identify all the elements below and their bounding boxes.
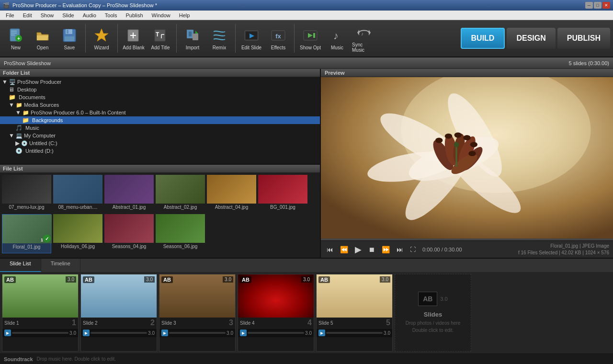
file-thumb-bg001[interactable]: BG_001.jpg [258, 175, 307, 213]
menu-publish[interactable]: Publish [122, 11, 147, 19]
menu-edit[interactable]: Edit [19, 11, 36, 19]
tree-item-drive-c[interactable]: ▶ 💿 Untitled (C:) [0, 139, 320, 147]
preview-lily-svg [321, 77, 613, 240]
show-opt-button[interactable]: Show Opt [297, 22, 323, 55]
tree-item-proshow[interactable]: ▼ 🖥️ ProShow Producer [0, 78, 320, 86]
menu-tools[interactable]: Tools [101, 11, 121, 19]
title-bar: 🎬 ProShow Producer – Evaluation Copy – P… [0, 0, 613, 11]
menu-audio[interactable]: Audio [79, 11, 100, 19]
folder-icon: 🖥️ [9, 79, 16, 85]
soundtrack-bar[interactable]: Soundtrack Drop music here. Double click… [0, 353, 613, 364]
svg-rect-3 [11, 34, 15, 35]
skip-end-button[interactable]: ⏭ [395, 245, 405, 254]
left-panel: Folder List ▼ 🖥️ ProShow Producer 🖥 Desk… [0, 69, 321, 258]
slide-item-3[interactable]: AB 3.0 Slide 3 3 ▶ 3.0 [159, 274, 236, 352]
add-blank-button[interactable]: Add Blank [121, 22, 147, 55]
next-button[interactable]: ⏩ [380, 245, 392, 254]
minimize-button[interactable]: ─ [585, 2, 593, 9]
slide-play-btn-5[interactable]: ▶ [318, 330, 325, 336]
play-button[interactable]: ▶ [353, 243, 363, 256]
file-thumb-seasons06[interactable]: Seasons_06.jpg [156, 214, 205, 253]
tree-item-built-in[interactable]: ▼ 📁 ProShow Producer 6.0 – Built-In Cont… [0, 109, 320, 116]
file-thumb-abstract01[interactable]: Abstract_01.jpg [104, 175, 154, 213]
add-title-button[interactable]: T Add Title [148, 22, 173, 55]
slide-item-2[interactable]: AB 3.0 Slide 2 2 ▶ 3.0 [80, 274, 157, 352]
skip-start-button[interactable]: ⏮ [325, 245, 335, 254]
add-title-icon: T [152, 27, 169, 44]
toolbar-sep-3 [176, 24, 177, 53]
fullscreen-button[interactable]: ⛶ [408, 245, 418, 254]
slide-play-btn-2[interactable]: ▶ [83, 330, 90, 336]
file-thumb-08menu[interactable]: 08_menu-urban.... [53, 175, 102, 213]
slide-controls-row-4: ▶ 3.0 [238, 328, 314, 337]
stop-button[interactable]: ⏹ [366, 245, 377, 254]
file-thumb-07menu[interactable]: 07_menu-lux.jpg [2, 175, 51, 213]
menu-window[interactable]: Window [148, 11, 174, 19]
tree-item-documents[interactable]: 📁 Documents [0, 93, 320, 101]
tree-item-media-sources[interactable]: ▼ 📁 Media Sources [0, 101, 320, 109]
file-thumb-seasons04[interactable]: Seasons_04.jpg [104, 214, 154, 253]
file-grid[interactable]: 07_menu-lux.jpg 08_menu-urban.... Abstra… [0, 173, 320, 255]
slide-list-area[interactable]: AB 3.0 Slide 1 1 ▶ 3.0 AB 3.0 Slide 2 2 [0, 272, 613, 353]
remix-button[interactable]: Remix [206, 22, 232, 55]
file-thumb-floral01[interactable]: ✓ 1 Floral_01.jpg [2, 214, 51, 253]
slide-number-3: 3 [229, 318, 233, 327]
slide-dur-text-3: 3.0 [227, 330, 233, 336]
svg-point-51 [463, 135, 470, 140]
builtin-folder-icon: 📁 [23, 110, 29, 116]
prev-button[interactable]: ⏪ [338, 245, 350, 254]
computer-expand-icon: ▼ [9, 132, 14, 139]
menu-help[interactable]: Help [175, 11, 194, 19]
music-folder-icon: 🎵 [15, 125, 23, 131]
import-button[interactable]: Import [180, 22, 205, 55]
tree-item-music[interactable]: 🎵 Music [0, 124, 320, 132]
menu-slide[interactable]: Slide [58, 11, 78, 19]
menu-show[interactable]: Show [37, 11, 58, 19]
project-bar: ProShow Slideshow 5 slides (0:30.00) [0, 57, 613, 69]
design-button[interactable]: DESIGN [507, 28, 555, 49]
slide-play-btn-1[interactable]: ▶ [4, 330, 11, 336]
folder-tree[interactable]: ▼ 🖥️ ProShow Producer 🖥 Desktop 📁 Docume… [0, 77, 320, 161]
tree-item-drive-d[interactable]: 💿 Untitled (D:) [0, 147, 320, 155]
slide-item-5[interactable]: AB 3.0 Slide 5 5 ▶ 3.0 [316, 274, 393, 352]
close-button[interactable]: ✕ [602, 2, 610, 9]
file-thumb-abstract04[interactable]: Abstract_04.jpg [207, 175, 256, 213]
maximize-button[interactable]: □ [594, 2, 602, 9]
slide-item-4[interactable]: AB 3.0 Slide 4 4 ▶ 3.0 [238, 274, 314, 352]
slide-number-1: 1 [72, 318, 76, 327]
slide-ab-badge-5: AB [318, 276, 330, 283]
build-button[interactable]: BUILD [461, 28, 505, 49]
title-bar-controls[interactable]: ─ □ ✕ [585, 2, 610, 9]
effects-button[interactable]: fx Effects [265, 22, 291, 55]
slide-number-2: 2 [150, 318, 155, 327]
progress-bar-preview[interactable] [321, 239, 613, 240]
open-button[interactable]: Open [30, 22, 56, 55]
slide-item-1[interactable]: AB 3.0 Slide 1 1 ▶ 3.0 [2, 274, 79, 352]
tree-item-desktop[interactable]: 🖥 Desktop [0, 86, 320, 93]
file-name-08menu: 08_menu-urban.... [53, 204, 102, 211]
slide-label-5: Slide 5 [318, 320, 333, 326]
sync-music-button[interactable]: ♪ Sync Music [351, 22, 377, 55]
slide-placeholder[interactable]: AB 3.0 Slides Drop photos / videos here … [395, 274, 471, 352]
edit-slide-button[interactable]: Edit Slide [238, 22, 264, 55]
app-icon: 🎬 [3, 2, 10, 9]
media-folder-icon: 📁 [16, 102, 23, 108]
svg-rect-1 [11, 31, 17, 32]
save-button[interactable]: Save [57, 22, 82, 55]
file-thumb-abstract02[interactable]: Abstract_02.jpg [156, 175, 205, 213]
tree-item-backgrounds[interactable]: 📁 Backgrounds [0, 116, 320, 124]
publish-button[interactable]: PUBLISH [557, 28, 610, 49]
menu-file[interactable]: File [2, 11, 18, 19]
music-button[interactable]: ♪ Music [324, 22, 350, 55]
svg-rect-9 [65, 36, 74, 41]
tab-slide-list[interactable]: Slide List [0, 259, 41, 272]
slide-play-btn-4[interactable]: ▶ [240, 330, 247, 336]
tab-timeline[interactable]: Timeline [41, 259, 80, 272]
tree-item-my-computer[interactable]: ▼ 💻 My Computer [0, 132, 320, 139]
desktop-icon: 🖥 [9, 86, 14, 93]
file-thumb-holidays06[interactable]: Holidays_06.jpg [53, 214, 102, 253]
preview-header: Preview [321, 69, 613, 77]
slide-play-btn-3[interactable]: ▶ [161, 330, 168, 336]
wizard-button[interactable]: Wizard [89, 22, 114, 55]
new-button[interactable]: + New [3, 22, 29, 55]
